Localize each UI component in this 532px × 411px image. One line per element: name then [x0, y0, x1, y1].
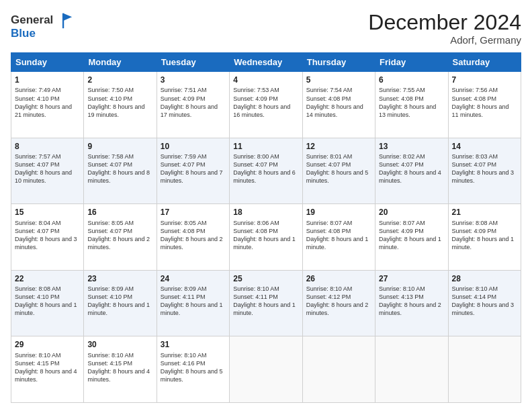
calendar-cell: 16Sunrise: 8:05 AM Sunset: 4:07 PM Dayli… [84, 204, 157, 271]
calendar: Sunday Monday Tuesday Wednesday Thursday… [11, 52, 521, 403]
calendar-cell: 20Sunrise: 8:07 AM Sunset: 4:09 PM Dayli… [375, 204, 448, 271]
day-info: Sunrise: 8:09 AM Sunset: 4:10 PM Dayligh… [87, 285, 152, 318]
calendar-cell: 27Sunrise: 8:10 AM Sunset: 4:13 PM Dayli… [375, 270, 448, 336]
day-number: 10 [161, 141, 226, 152]
calendar-cell: 28Sunrise: 8:10 AM Sunset: 4:14 PM Dayli… [448, 270, 521, 336]
day-number: 15 [15, 207, 80, 218]
header: General Blue December 2024 Adorf, German… [11, 11, 521, 46]
calendar-cell: 2Sunrise: 7:50 AM Sunset: 4:10 PM Daylig… [84, 72, 157, 138]
calendar-week-row: 29Sunrise: 8:10 AM Sunset: 4:15 PM Dayli… [11, 336, 521, 403]
calendar-cell: 7Sunrise: 7:56 AM Sunset: 4:08 PM Daylig… [448, 72, 521, 138]
day-number: 16 [87, 207, 152, 218]
day-number: 21 [452, 207, 517, 218]
day-number: 25 [233, 273, 298, 284]
day-number: 29 [15, 339, 80, 350]
calendar-cell: 25Sunrise: 8:10 AM Sunset: 4:11 PM Dayli… [230, 270, 302, 336]
col-saturday: Saturday [448, 53, 521, 72]
calendar-cell: 18Sunrise: 8:06 AM Sunset: 4:08 PM Dayli… [230, 204, 302, 271]
day-info: Sunrise: 7:58 AM Sunset: 4:07 PM Dayligh… [87, 152, 152, 185]
col-tuesday: Tuesday [157, 53, 229, 72]
calendar-cell: 10Sunrise: 7:59 AM Sunset: 4:07 PM Dayli… [157, 138, 229, 204]
day-info: Sunrise: 8:07 AM Sunset: 4:09 PM Dayligh… [379, 219, 444, 252]
calendar-week-row: 8Sunrise: 7:57 AM Sunset: 4:07 PM Daylig… [11, 138, 521, 204]
calendar-cell: 23Sunrise: 8:09 AM Sunset: 4:10 PM Dayli… [84, 270, 157, 336]
calendar-cell: 15Sunrise: 8:04 AM Sunset: 4:07 PM Dayli… [11, 204, 84, 271]
day-number: 28 [452, 273, 517, 284]
calendar-cell: 22Sunrise: 8:08 AM Sunset: 4:10 PM Dayli… [11, 270, 84, 336]
day-info: Sunrise: 7:51 AM Sunset: 4:09 PM Dayligh… [161, 86, 226, 119]
day-info: Sunrise: 8:04 AM Sunset: 4:07 PM Dayligh… [15, 219, 80, 252]
day-info: Sunrise: 8:10 AM Sunset: 4:15 PM Dayligh… [87, 351, 152, 384]
day-info: Sunrise: 8:09 AM Sunset: 4:11 PM Dayligh… [161, 285, 226, 318]
calendar-cell: 14Sunrise: 8:03 AM Sunset: 4:07 PM Dayli… [448, 138, 521, 204]
calendar-cell: 5Sunrise: 7:54 AM Sunset: 4:08 PM Daylig… [302, 72, 375, 138]
calendar-cell: 8Sunrise: 7:57 AM Sunset: 4:07 PM Daylig… [11, 138, 84, 204]
calendar-cell: 11Sunrise: 8:00 AM Sunset: 4:07 PM Dayli… [230, 138, 302, 204]
page: General Blue December 2024 Adorf, German… [0, 0, 532, 411]
calendar-cell: 19Sunrise: 8:07 AM Sunset: 4:08 PM Dayli… [302, 204, 375, 271]
logo-flag-icon [54, 11, 73, 30]
calendar-cell [448, 336, 521, 403]
day-number: 11 [233, 141, 298, 152]
calendar-cell: 26Sunrise: 8:10 AM Sunset: 4:12 PM Dayli… [302, 270, 375, 336]
day-info: Sunrise: 8:01 AM Sunset: 4:07 PM Dayligh… [306, 152, 371, 185]
calendar-cell: 3Sunrise: 7:51 AM Sunset: 4:09 PM Daylig… [157, 72, 229, 138]
day-number: 14 [452, 141, 517, 152]
calendar-week-row: 1Sunrise: 7:49 AM Sunset: 4:10 PM Daylig… [11, 72, 521, 138]
day-info: Sunrise: 8:10 AM Sunset: 4:11 PM Dayligh… [233, 285, 298, 318]
col-friday: Friday [375, 53, 448, 72]
day-info: Sunrise: 8:10 AM Sunset: 4:12 PM Dayligh… [306, 285, 371, 318]
day-info: Sunrise: 8:05 AM Sunset: 4:08 PM Dayligh… [161, 219, 226, 252]
day-info: Sunrise: 7:55 AM Sunset: 4:08 PM Dayligh… [379, 86, 444, 119]
calendar-cell: 6Sunrise: 7:55 AM Sunset: 4:08 PM Daylig… [375, 72, 448, 138]
day-number: 19 [306, 207, 371, 218]
calendar-cell: 21Sunrise: 8:08 AM Sunset: 4:09 PM Dayli… [448, 204, 521, 271]
day-info: Sunrise: 8:10 AM Sunset: 4:13 PM Dayligh… [379, 285, 444, 318]
calendar-cell: 4Sunrise: 7:53 AM Sunset: 4:09 PM Daylig… [230, 72, 302, 138]
calendar-cell: 13Sunrise: 8:02 AM Sunset: 4:07 PM Dayli… [375, 138, 448, 204]
day-number: 6 [379, 75, 444, 85]
day-info: Sunrise: 7:50 AM Sunset: 4:10 PM Dayligh… [87, 86, 152, 119]
day-info: Sunrise: 8:05 AM Sunset: 4:07 PM Dayligh… [87, 219, 152, 252]
day-number: 3 [161, 75, 226, 85]
day-number: 1 [15, 75, 80, 85]
calendar-cell: 17Sunrise: 8:05 AM Sunset: 4:08 PM Dayli… [157, 204, 229, 271]
col-wednesday: Wednesday [230, 53, 302, 72]
calendar-cell: 1Sunrise: 7:49 AM Sunset: 4:10 PM Daylig… [11, 72, 84, 138]
day-info: Sunrise: 8:08 AM Sunset: 4:09 PM Dayligh… [452, 219, 517, 252]
day-number: 9 [87, 141, 152, 152]
calendar-cell: 9Sunrise: 7:58 AM Sunset: 4:07 PM Daylig… [84, 138, 157, 204]
day-number: 30 [87, 339, 152, 350]
day-info: Sunrise: 8:02 AM Sunset: 4:07 PM Dayligh… [379, 152, 444, 185]
day-info: Sunrise: 7:49 AM Sunset: 4:10 PM Dayligh… [15, 86, 80, 119]
calendar-cell: 30Sunrise: 8:10 AM Sunset: 4:15 PM Dayli… [84, 336, 157, 403]
day-number: 22 [15, 273, 80, 284]
day-info: Sunrise: 7:59 AM Sunset: 4:07 PM Dayligh… [161, 152, 226, 185]
col-sunday: Sunday [11, 53, 84, 72]
day-info: Sunrise: 8:10 AM Sunset: 4:14 PM Dayligh… [452, 285, 517, 318]
day-number: 12 [306, 141, 371, 152]
calendar-cell [230, 336, 302, 403]
day-info: Sunrise: 8:10 AM Sunset: 4:15 PM Dayligh… [15, 351, 80, 384]
col-thursday: Thursday [302, 53, 375, 72]
day-number: 23 [87, 273, 152, 284]
day-number: 17 [161, 207, 226, 218]
day-number: 31 [161, 339, 226, 350]
svg-marker-0 [63, 13, 72, 21]
logo-general: General [11, 13, 53, 27]
day-info: Sunrise: 8:03 AM Sunset: 4:07 PM Dayligh… [452, 152, 517, 185]
day-info: Sunrise: 7:54 AM Sunset: 4:08 PM Dayligh… [306, 86, 371, 119]
calendar-week-row: 22Sunrise: 8:08 AM Sunset: 4:10 PM Dayli… [11, 270, 521, 336]
day-number: 26 [306, 273, 371, 284]
day-info: Sunrise: 8:08 AM Sunset: 4:10 PM Dayligh… [15, 285, 80, 318]
day-number: 4 [233, 75, 298, 85]
logo: General Blue [11, 11, 73, 40]
day-number: 7 [452, 75, 517, 85]
day-number: 18 [233, 207, 298, 218]
month-title: December 2024 [368, 11, 521, 34]
day-info: Sunrise: 7:56 AM Sunset: 4:08 PM Dayligh… [452, 86, 517, 119]
calendar-cell [375, 336, 448, 403]
day-number: 13 [379, 141, 444, 152]
day-number: 20 [379, 207, 444, 218]
day-info: Sunrise: 8:10 AM Sunset: 4:16 PM Dayligh… [161, 351, 226, 384]
